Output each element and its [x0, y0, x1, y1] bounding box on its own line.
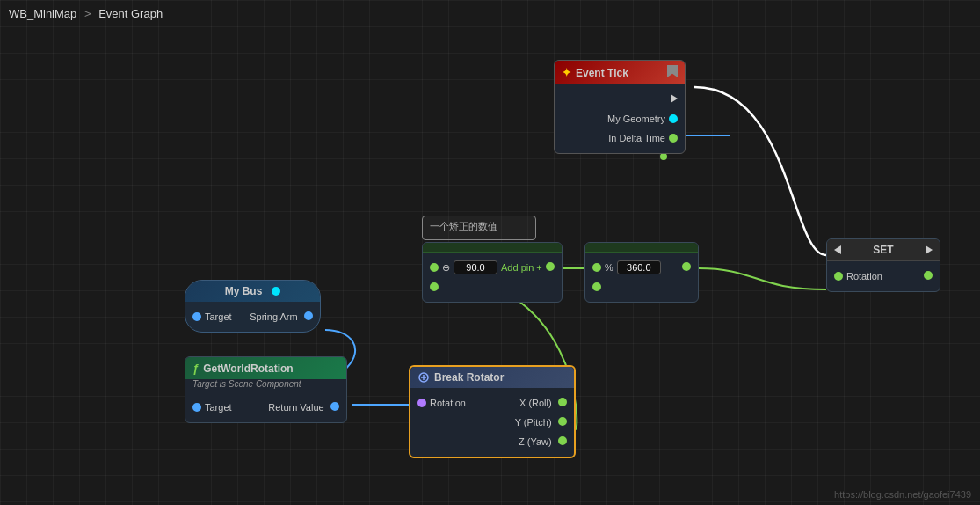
mybus-title: My Bus — [225, 285, 263, 297]
mybus-body: Target Spring Arm — [185, 302, 320, 332]
math1-row2 — [423, 277, 562, 296]
breakrot-xroll-label: X (Roll) — [519, 398, 552, 408]
math1-value-label: ⊕ — [442, 262, 450, 274]
math1-pin-out[interactable] — [546, 262, 555, 271]
breadcrumb-parent: WB_MiniMap — [9, 7, 76, 20]
breadcrumb: WB_MiniMap > Event Graph — [9, 7, 163, 20]
mybus-springarm-pin-out[interactable] — [304, 311, 313, 320]
comment-box: 一个矫正的数值 — [422, 216, 536, 240]
node-set: SET Rotation — [826, 238, 940, 292]
mybus-target-pin-in[interactable] — [192, 312, 201, 321]
node-breakrotator: Break Rotator Rotation X (Roll) Y (Pitch… — [409, 365, 576, 458]
breakrot-xroll-pin[interactable] — [558, 398, 567, 406]
comment-text: 一个矫正的数值 — [430, 221, 497, 231]
math2-op-label: % — [605, 262, 613, 273]
math2-pin-in2[interactable] — [592, 282, 601, 291]
math2-pin-out[interactable] — [682, 262, 691, 271]
set-exec-in — [834, 245, 841, 254]
math1-pin-in2[interactable] — [430, 282, 439, 291]
event-icon: ✦ — [562, 66, 571, 79]
node-math-2: % — [584, 242, 699, 303]
getworldrot-return-pin[interactable] — [330, 402, 339, 411]
set-title: SET — [873, 244, 893, 256]
event-tick-body: My Geometry In Delta Time — [555, 84, 685, 153]
breakrot-ypitch-row: Y (Pitch) — [410, 413, 574, 432]
math2-pin-in1[interactable] — [592, 263, 601, 272]
breakrot-zyaw-pin[interactable] — [558, 436, 567, 445]
math1-header — [423, 243, 562, 252]
set-rotation-pin-out[interactable] — [924, 271, 933, 280]
math2-body: % — [585, 252, 698, 302]
math2-row1: % — [585, 258, 698, 277]
set-rotation-pin-in[interactable] — [834, 272, 843, 281]
mybus-target-row: Target Spring Arm — [185, 307, 320, 326]
node-math-1: ⊕ Add pin + — [422, 242, 563, 303]
set-rotation-row: Rotation — [827, 267, 940, 286]
set-body: Rotation — [827, 261, 940, 291]
getworldrot-header: ƒ GetWorldRotation — [185, 357, 346, 379]
node-mybus: My Bus Target Spring Arm — [185, 280, 321, 333]
breakrot-rotation-label: Rotation — [430, 398, 466, 408]
math2-header — [585, 243, 698, 252]
bookmark-icon — [667, 65, 678, 80]
set-header: SET — [827, 239, 940, 261]
getworldrot-title: GetWorldRotation — [203, 362, 293, 375]
in-delta-time-pin[interactable] — [669, 134, 678, 143]
node-event-tick: ✦ Event Tick My Geometry In Delta Time — [554, 60, 686, 154]
exec-out-arrow — [671, 94, 678, 103]
math2-value-input[interactable] — [617, 260, 661, 274]
getworldrot-target-pin[interactable] — [192, 403, 201, 412]
node-getworldrotation: ƒ GetWorldRotation Target is Scene Compo… — [185, 356, 347, 423]
breakrot-ypitch-pin[interactable] — [558, 417, 567, 426]
mybus-out-pin[interactable] — [272, 287, 280, 296]
exec-out-row — [555, 90, 685, 109]
breadcrumb-separator: > — [84, 7, 91, 20]
breakrot-ypitch-label: Y (Pitch) — [515, 417, 552, 428]
math1-add-pin[interactable]: Add pin + — [501, 262, 542, 273]
getworldrot-subtitle: Target is Scene Component — [185, 379, 346, 392]
breadcrumb-current: Event Graph — [98, 7, 163, 20]
set-rotation-label: Rotation — [846, 271, 882, 282]
breakrot-zyaw-label: Z (Yaw) — [519, 436, 552, 447]
math1-body: ⊕ Add pin + — [423, 252, 562, 302]
breakrot-rotation-row: Rotation X (Roll) — [410, 393, 574, 413]
math1-row1: ⊕ Add pin + — [423, 258, 562, 277]
math2-row2 — [585, 277, 698, 296]
my-geometry-pin[interactable] — [669, 114, 678, 123]
breakrot-header: Break Rotator — [410, 367, 574, 388]
mybus-springarm-label: Spring Arm — [250, 311, 297, 322]
mybus-header: My Bus — [185, 281, 320, 302]
in-delta-time-label: In Delta Time — [608, 133, 665, 143]
event-tick-header: ✦ Event Tick — [555, 61, 685, 84]
my-geometry-label: My Geometry — [607, 113, 665, 124]
breakrot-body: Rotation X (Roll) Y (Pitch) Z (Yaw) — [410, 388, 574, 457]
my-geometry-row: My Geometry — [555, 109, 685, 128]
event-tick-title: Event Tick — [576, 67, 628, 79]
math1-pin-in1[interactable] — [430, 263, 439, 272]
breakrot-title: Break Rotator — [434, 371, 504, 384]
set-exec-out — [926, 245, 933, 254]
breakrot-zyaw-row: Z (Yaw) — [410, 432, 574, 451]
in-delta-time-row: In Delta Time — [555, 128, 685, 148]
math1-value-input[interactable] — [454, 260, 497, 274]
getworldrot-return-label: Return Value — [268, 402, 323, 413]
breakrot-rotation-pin-in[interactable] — [417, 399, 426, 407]
getworldrot-target-row: Target Return Value — [185, 398, 346, 417]
getworldrot-body: Target Return Value — [185, 392, 346, 422]
mybus-target-label: Target — [205, 311, 232, 322]
break-rotator-icon — [417, 371, 430, 384]
watermark: https://blog.csdn.net/gaofei7439 — [834, 489, 971, 500]
getworldrot-target-label: Target — [205, 402, 232, 413]
func-icon: ƒ — [192, 362, 199, 375]
